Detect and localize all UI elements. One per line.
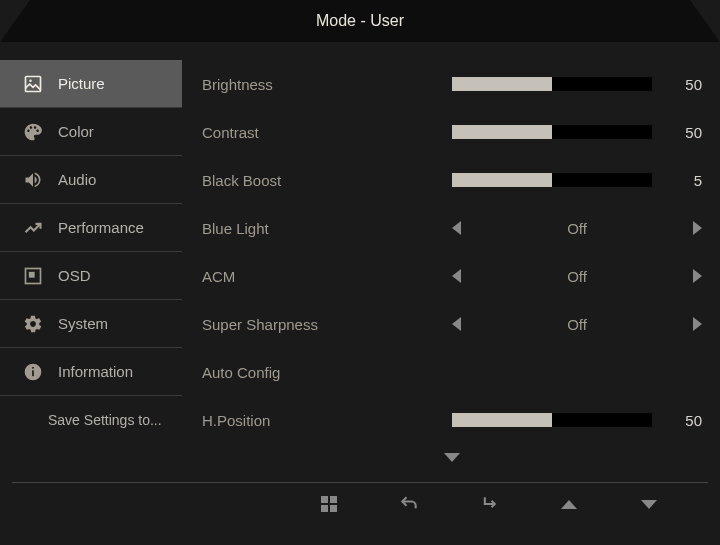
h-position-value: 50 (652, 412, 702, 429)
black-boost-slider[interactable] (452, 173, 652, 187)
svg-rect-3 (29, 271, 35, 277)
setting-label: Contrast (202, 124, 452, 141)
h-position-slider[interactable] (452, 413, 652, 427)
setting-brightness[interactable]: Brightness 50 (202, 60, 702, 108)
svg-rect-6 (32, 367, 34, 369)
setting-label: ACM (202, 268, 452, 285)
arrow-up-icon (561, 500, 577, 509)
menu-button[interactable] (318, 493, 340, 515)
arrow-left-icon[interactable] (452, 317, 461, 331)
setting-label: H.Position (202, 412, 452, 429)
sidebar-item-information[interactable]: Information (0, 348, 182, 396)
settings-panel: Brightness 50 Contrast 50 Black Boost 5 … (182, 42, 720, 482)
sidebar-item-save-settings[interactable]: Save Settings to... (0, 396, 182, 444)
sidebar-item-system[interactable]: System (0, 300, 182, 348)
mode-title: Mode - User (316, 12, 404, 30)
setting-contrast[interactable]: Contrast 50 (202, 108, 702, 156)
enter-icon (479, 494, 499, 514)
sidebar-item-picture[interactable]: Picture (0, 60, 182, 108)
setting-label: Brightness (202, 76, 452, 93)
sidebar-item-osd[interactable]: OSD (0, 252, 182, 300)
arrow-right-icon[interactable] (693, 269, 702, 283)
setting-label: Auto Config (202, 364, 452, 381)
setting-label: Super Sharpness (202, 316, 452, 333)
sidebar-item-color[interactable]: Color (0, 108, 182, 156)
enter-button[interactable] (478, 493, 500, 515)
header: Mode - User (0, 0, 720, 42)
sidebar-item-label: Performance (58, 219, 144, 236)
black-boost-value: 5 (652, 172, 702, 189)
brightness-value: 50 (652, 76, 702, 93)
sidebar-item-label: Audio (58, 171, 96, 188)
setting-auto-config[interactable]: Auto Config (202, 348, 702, 396)
sidebar-item-audio[interactable]: Audio (0, 156, 182, 204)
setting-blue-light[interactable]: Blue Light Off (202, 204, 702, 252)
setting-super-sharpness[interactable]: Super Sharpness Off (202, 300, 702, 348)
sidebar-item-label: Save Settings to... (48, 412, 162, 428)
down-button[interactable] (638, 493, 660, 515)
setting-h-position[interactable]: H.Position 50 (202, 396, 702, 444)
sidebar: Picture Color Audio Performance OSD (0, 42, 182, 482)
scroll-down-indicator[interactable] (202, 448, 702, 466)
sidebar-item-label: System (58, 315, 108, 332)
sidebar-item-label: Color (58, 123, 94, 140)
super-sharpness-value: Off (567, 316, 587, 333)
blue-light-value: Off (567, 220, 587, 237)
setting-black-boost[interactable]: Black Boost 5 (202, 156, 702, 204)
sidebar-item-label: OSD (58, 267, 91, 284)
contrast-value: 50 (652, 124, 702, 141)
setting-label: Blue Light (202, 220, 452, 237)
info-icon (22, 361, 44, 383)
contrast-slider[interactable] (452, 125, 652, 139)
arrow-left-icon[interactable] (452, 221, 461, 235)
arrow-down-icon (641, 500, 657, 509)
picture-icon (22, 73, 44, 95)
chevron-down-icon (444, 453, 460, 462)
undo-icon (399, 494, 419, 514)
osd-box-icon (22, 265, 44, 287)
sidebar-item-performance[interactable]: Performance (0, 204, 182, 252)
back-button[interactable] (398, 493, 420, 515)
sidebar-item-label: Picture (58, 75, 105, 92)
arrow-right-icon[interactable] (693, 317, 702, 331)
setting-acm[interactable]: ACM Off (202, 252, 702, 300)
arrow-trend-icon (22, 217, 44, 239)
palette-icon (22, 121, 44, 143)
sidebar-item-label: Information (58, 363, 133, 380)
up-button[interactable] (558, 493, 580, 515)
setting-label: Black Boost (202, 172, 452, 189)
svg-point-1 (29, 79, 32, 82)
svg-rect-5 (32, 370, 34, 376)
main-area: Picture Color Audio Performance OSD (0, 42, 720, 482)
svg-rect-0 (26, 76, 41, 91)
arrow-right-icon[interactable] (693, 221, 702, 235)
acm-value: Off (567, 268, 587, 285)
speaker-icon (22, 169, 44, 191)
brightness-slider[interactable] (452, 77, 652, 91)
footer-controls (0, 483, 720, 525)
grid-icon (321, 496, 337, 512)
gear-icon (22, 313, 44, 335)
arrow-left-icon[interactable] (452, 269, 461, 283)
